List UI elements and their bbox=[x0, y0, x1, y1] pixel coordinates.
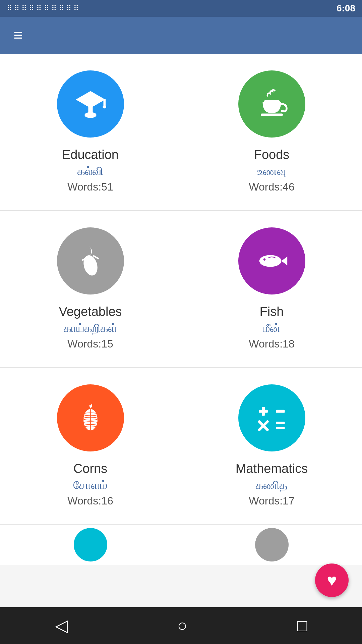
card-foods[interactable]: Foods உணவு Words:46 bbox=[181, 54, 362, 210]
education-title: Education bbox=[62, 148, 119, 162]
card-partial-2[interactable] bbox=[181, 525, 362, 565]
education-subtitle: கல்வி bbox=[77, 165, 103, 178]
svg-rect-24 bbox=[276, 410, 285, 413]
svg-marker-13 bbox=[281, 257, 287, 265]
vegetable-icon bbox=[72, 243, 109, 279]
vegetables-icon-circle bbox=[57, 227, 124, 294]
corns-title: Corns bbox=[73, 462, 107, 476]
card-vegetables[interactable]: Vegetables காய்கறிகள் Words:15 bbox=[0, 211, 181, 367]
partial-circle-2 bbox=[255, 528, 289, 561]
fish-title: Fish bbox=[260, 305, 284, 319]
corns-icon-circle bbox=[57, 384, 124, 451]
mathematics-subtitle: கணித bbox=[256, 479, 288, 492]
fish-icon bbox=[253, 243, 290, 279]
card-education[interactable]: Education கல்வி Words:51 bbox=[0, 54, 181, 210]
education-icon-circle bbox=[57, 70, 124, 138]
math-icon bbox=[253, 399, 290, 436]
corn-icon bbox=[72, 399, 109, 436]
foods-subtitle: உணவு bbox=[257, 165, 286, 178]
mathematics-icon-circle bbox=[238, 384, 305, 451]
corns-subtitle: சோளம் bbox=[73, 479, 108, 492]
card-fish[interactable]: Fish மீன் Words:18 bbox=[181, 211, 362, 367]
education-words: Words:51 bbox=[67, 181, 113, 193]
corns-words: Words:16 bbox=[67, 495, 113, 507]
home-icon[interactable]: ○ bbox=[177, 616, 187, 635]
fish-icon-circle bbox=[238, 227, 305, 294]
svg-rect-5 bbox=[263, 100, 280, 103]
foods-title: Foods bbox=[254, 148, 290, 162]
fish-words: Words:18 bbox=[249, 338, 294, 350]
menu-icon[interactable]: ≡ bbox=[13, 27, 23, 43]
vegetables-words: Words:15 bbox=[67, 338, 113, 350]
category-grid: Education கல்வி Words:51 Foods உணவு Word… bbox=[0, 54, 362, 565]
notification-icons: ⠿ ⠿ ⠿ ⠿ ⠿ ⠿ ⠿ ⠿ ⠿ ⠿ bbox=[7, 4, 79, 13]
svg-rect-6 bbox=[261, 114, 283, 116]
status-bar: ⠿ ⠿ ⠿ ⠿ ⠿ ⠿ ⠿ ⠿ ⠿ ⠿ 6:08 bbox=[0, 0, 362, 17]
svg-rect-23 bbox=[262, 407, 265, 416]
back-icon[interactable]: ◁ bbox=[55, 616, 68, 635]
status-bar-time: 6:08 bbox=[337, 3, 355, 14]
status-bar-left: ⠿ ⠿ ⠿ ⠿ ⠿ ⠿ ⠿ ⠿ ⠿ ⠿ bbox=[7, 4, 79, 13]
heart-icon: ♥ bbox=[327, 571, 337, 590]
foods-icon-circle bbox=[238, 70, 305, 138]
mathematics-title: Mathematics bbox=[236, 462, 308, 476]
card-corns[interactable]: Corns சோளம் Words:16 bbox=[0, 368, 181, 524]
coffee-icon bbox=[253, 86, 290, 122]
card-mathematics[interactable]: Mathematics கணித Words:17 bbox=[181, 368, 362, 524]
graduation-icon bbox=[72, 86, 109, 122]
favorite-fab-button[interactable]: ♥ bbox=[315, 564, 349, 597]
navigation-bar: ◁ ○ □ bbox=[0, 607, 362, 644]
svg-point-2 bbox=[84, 112, 96, 118]
recents-icon[interactable]: □ bbox=[297, 616, 307, 635]
svg-marker-0 bbox=[76, 91, 105, 108]
card-partial-1[interactable] bbox=[0, 525, 181, 565]
vegetables-subtitle: காய்கறிகள் bbox=[64, 322, 117, 335]
svg-rect-8 bbox=[85, 253, 87, 255]
mathematics-words: Words:17 bbox=[249, 495, 294, 507]
svg-point-4 bbox=[103, 105, 106, 108]
vegetables-title: Vegetables bbox=[59, 305, 122, 319]
svg-rect-28 bbox=[276, 427, 285, 429]
header: ≡ bbox=[0, 17, 362, 54]
fish-subtitle: மீன் bbox=[263, 322, 281, 335]
svg-point-14 bbox=[263, 258, 265, 261]
svg-rect-27 bbox=[276, 422, 285, 424]
foods-words: Words:46 bbox=[249, 181, 294, 193]
partial-circle-1 bbox=[74, 528, 107, 561]
